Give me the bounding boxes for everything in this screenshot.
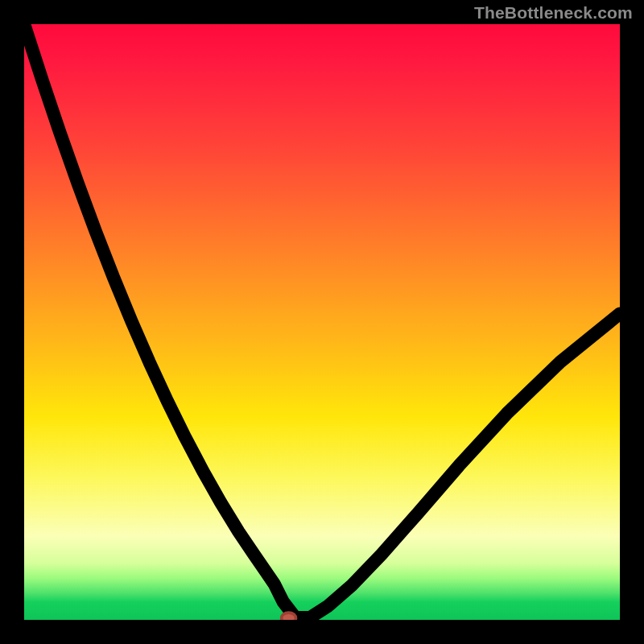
bottleneck-curve xyxy=(24,24,620,617)
outer-frame: TheBottleneck.com xyxy=(0,0,644,644)
chart-area xyxy=(24,24,620,620)
watermark-text: TheBottleneck.com xyxy=(474,3,633,23)
chart-svg xyxy=(24,24,620,620)
optimum-marker xyxy=(282,613,296,620)
